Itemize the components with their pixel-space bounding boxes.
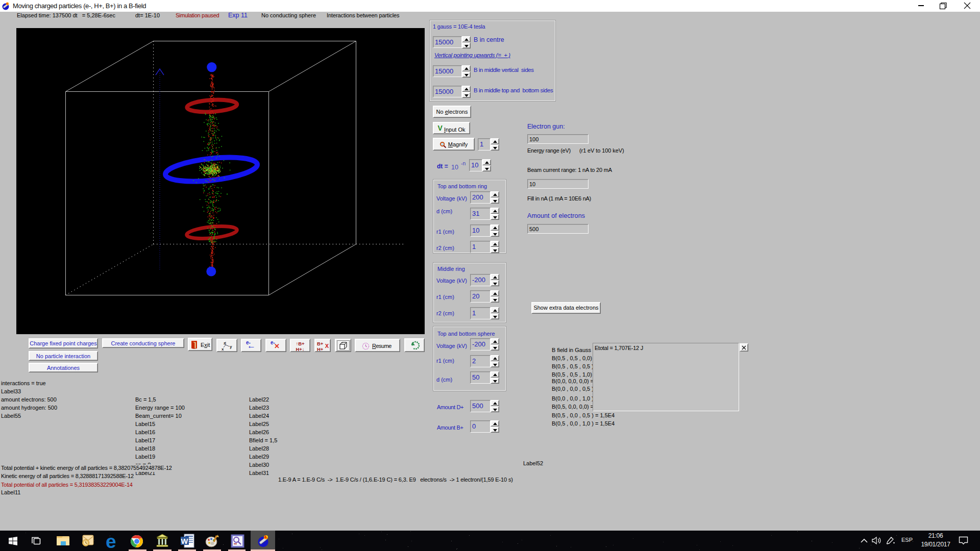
svg-text:z: z	[224, 341, 226, 345]
svg-text:x: x	[222, 347, 224, 351]
svg-text:W: W	[181, 537, 188, 545]
svg-text:y: y	[230, 344, 232, 349]
